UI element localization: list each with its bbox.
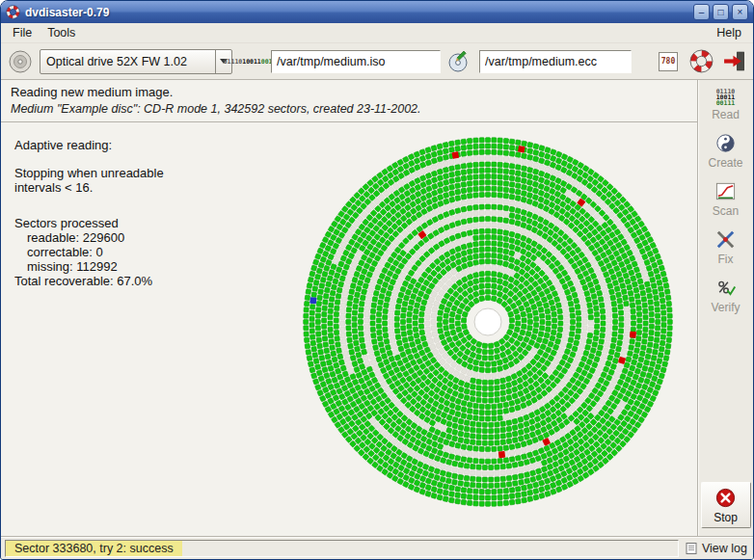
disc-spiral-svg [295, 129, 681, 515]
lifebelt-icon [689, 49, 714, 73]
drive-select-combo[interactable]: Optical drive 52X FW 1.02 [40, 49, 232, 74]
verify-icon [714, 277, 737, 299]
headline-medium-info: Medium "Example disc": CD-R mode 1, 3425… [11, 102, 687, 116]
read-label: Read [712, 108, 740, 121]
menu-file[interactable]: File [5, 24, 40, 41]
reading-info: Adaptive reading: Stopping when unreadab… [14, 138, 164, 288]
stop-icon [714, 487, 737, 509]
maximize-button[interactable]: □ [713, 4, 729, 20]
menubar: File Tools Help [1, 23, 753, 43]
read-icon: 01110 10011 00111 [702, 89, 750, 106]
drive-select-button[interactable] [7, 48, 34, 75]
drive-select-value: Optical drive 52X FW 1.02 [40, 55, 215, 68]
preferences-icon: 780 [659, 52, 678, 71]
log-page-icon [685, 542, 698, 555]
help-button[interactable] [687, 48, 714, 75]
scan-label: Scan [713, 204, 739, 218]
titlebar[interactable]: dvdisaster-0.79 – □ × [1, 1, 753, 23]
yin-yang-icon [714, 132, 737, 154]
status-message-frame: Sector 333680, try 2: success [5, 540, 679, 557]
sectors-processed-heading: Sectors processed [14, 216, 164, 230]
statusbar: Sector 333680, try 2: success View log [1, 536, 753, 559]
window-title: dvdisaster-0.79 [25, 6, 109, 19]
verify-button[interactable]: Verify [702, 274, 750, 316]
app-window: dvdisaster-0.79 – □ × File Tools Help Op… [0, 0, 754, 560]
status-message: Sector 333680, try 2: success [6, 541, 182, 556]
fix-tools-icon [714, 228, 737, 251]
quit-button[interactable] [720, 48, 747, 75]
verify-label: Verify [711, 301, 740, 314]
preferences-button[interactable]: 780 [655, 48, 682, 75]
total-recoverable: Total recoverable: 67.0% [14, 274, 164, 288]
iso-path-input[interactable] [271, 50, 441, 73]
stop-condition-line1: Stopping when unreadable [14, 166, 164, 180]
app-icon [6, 5, 20, 19]
create-button[interactable]: Create [702, 129, 750, 172]
stop-button[interactable]: Stop [701, 482, 751, 528]
adaptive-reading-heading: Adaptive reading: [14, 138, 164, 152]
correctable-count: correctable: 0 [14, 245, 164, 259]
create-label: Create [708, 156, 742, 170]
sector-spiral-visualization [295, 129, 681, 515]
scan-button[interactable]: Scan [702, 177, 750, 220]
minimize-button[interactable]: – [693, 4, 710, 20]
scan-chart-icon [714, 180, 737, 202]
close-button[interactable]: × [732, 4, 748, 20]
menu-help[interactable]: Help [709, 24, 749, 41]
quit-icon [722, 49, 746, 73]
status-headline: Reading new medium image. Medium "Exampl… [1, 80, 697, 122]
view-log-label: View log [702, 542, 747, 555]
ecc-file-icon [446, 48, 473, 75]
fix-button[interactable]: Fix [702, 226, 750, 268]
fix-label: Fix [718, 253, 734, 266]
readable-count: readable: 229600 [14, 230, 164, 245]
image-file-icon: 01110 10011 00111 [238, 48, 265, 75]
reading-panel: Adaptive reading: Stopping when unreadab… [1, 122, 697, 536]
toolbar: Optical drive 52X FW 1.02 01110 10011 00… [1, 43, 753, 80]
stop-condition-line2: intervals < 16. [14, 180, 164, 195]
menu-tools[interactable]: Tools [40, 24, 83, 41]
read-button[interactable]: 01110 10011 00111 Read [702, 86, 750, 123]
view-log-button[interactable]: View log [685, 542, 749, 555]
stop-label: Stop [714, 511, 738, 524]
ecc-path-input[interactable] [479, 50, 632, 73]
drive-icon [8, 49, 33, 74]
action-sidebar: 01110 10011 00111 Read Create [697, 80, 753, 536]
headline-action: Reading new medium image. [11, 85, 687, 99]
missing-count: missing: 112992 [14, 259, 164, 274]
